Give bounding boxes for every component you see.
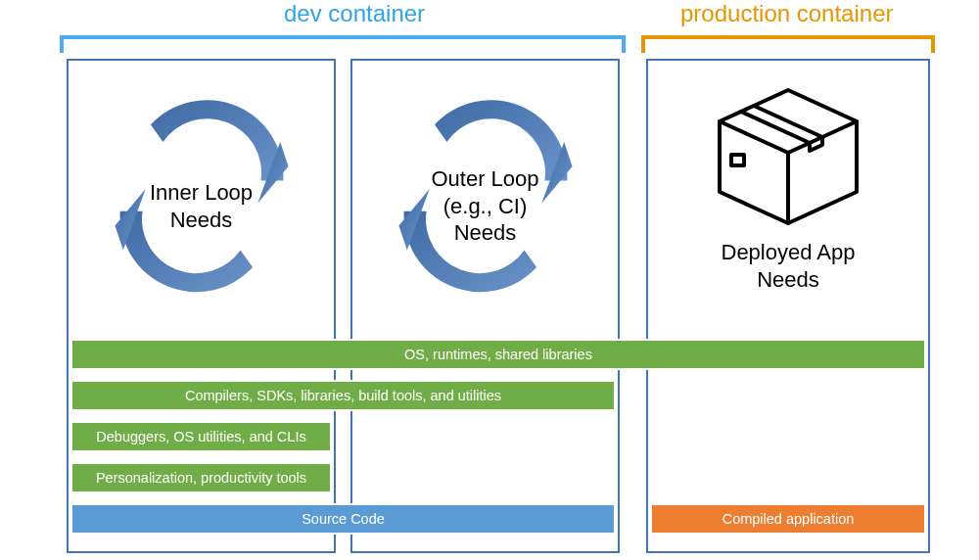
outer-loop-title: Outer Loop(e.g., CI)Needs [407,165,564,247]
layer-debuggers: Debuggers, OS utilities, and CLIs [70,421,332,452]
layer-compiled-app: Compiled application [650,503,926,535]
prod-bracket [641,35,935,53]
layer-os-runtimes: OS, runtimes, shared libraries [70,339,926,370]
production-column: Deployed AppNeeds [646,59,930,553]
deployed-app-title: Deployed AppNeeds [700,239,876,293]
layer-compilers-sdks: Compilers, SDKs, libraries, build tools,… [70,380,616,411]
dev-container-label: dev container [284,0,425,27]
dev-bracket [60,35,626,53]
prod-container-label: production container [680,0,893,27]
diagram-canvas: dev container production container Inne [0,0,979,560]
inner-loop-title: Inner LoopNeeds [123,179,280,233]
inner-loop-cycle-icon: Inner LoopNeeds [79,69,324,313]
package-box-icon [710,82,866,229]
layer-personalization: Personalization, productivity tools [70,462,332,493]
svg-rect-6 [731,155,744,165]
layer-source-code: Source Code [70,503,616,535]
outer-loop-cycle-icon: Outer Loop(e.g., CI)Needs [363,69,608,313]
outer-loop-column: Outer Loop(e.g., CI)Needs [350,59,620,553]
